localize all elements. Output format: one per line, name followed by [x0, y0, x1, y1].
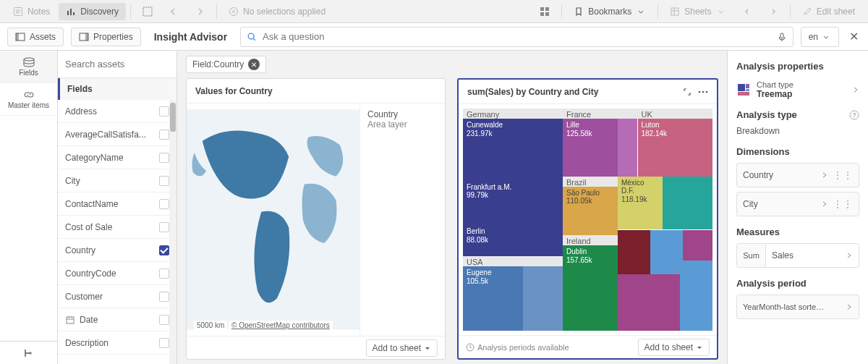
sheets-label: Sheets	[684, 7, 711, 17]
grid-button[interactable]	[532, 3, 557, 20]
properties-toggle[interactable]: Properties	[71, 27, 141, 46]
rail-add-button[interactable]	[0, 341, 57, 364]
language-button[interactable]: en	[801, 27, 839, 47]
treemap-cell[interactable]	[683, 230, 712, 261]
discovery-tab[interactable]: Discovery	[59, 3, 126, 20]
field-checkbox[interactable]	[159, 338, 169, 348]
period-row[interactable]: YearMonth-last sorte…	[736, 295, 859, 319]
forward-button[interactable]	[187, 3, 212, 20]
calendar-icon	[65, 315, 75, 325]
insight-bar: Assets Properties Insight Advisor en ✕	[0, 23, 868, 51]
treemap-cell[interactable]: São Paulo110.05k	[563, 187, 618, 236]
field-checkbox[interactable]	[159, 153, 169, 163]
help-icon[interactable]: ?	[849, 110, 859, 120]
fields-scrollbar[interactable]	[169, 100, 176, 364]
chip-remove-button[interactable]: ✕	[248, 59, 260, 70]
field-row-avgcall[interactable]: AverageCallSatisfa...	[58, 123, 176, 146]
treemap-cell[interactable]: México D.F.118.19k	[618, 177, 663, 230]
field-checkbox[interactable]	[159, 176, 169, 186]
field-checkbox[interactable]	[159, 130, 169, 140]
ask-question-box[interactable]	[240, 27, 793, 47]
treemap-cell[interactable]	[663, 177, 712, 212]
treemap-cell[interactable]	[618, 230, 650, 274]
field-row-categoryname[interactable]: CategoryName	[58, 146, 176, 169]
chip-country[interactable]: Field:Country ✕	[186, 56, 266, 73]
card-treemap-body[interactable]: Germany Cunewalde231.97k Frankfurt a.M.9…	[459, 104, 717, 335]
add-to-sheet-button[interactable]: Add to sheet	[638, 339, 710, 356]
prev-sheet-button[interactable]	[735, 3, 760, 20]
fields-header[interactable]: Fields	[58, 78, 176, 100]
field-row-countrycode[interactable]: CountryCode	[58, 262, 176, 285]
treemap-cell[interactable]	[618, 148, 638, 177]
close-insight-button[interactable]: ✕	[846, 30, 861, 43]
field-row-city[interactable]: City	[58, 169, 176, 192]
svg-point-15	[248, 33, 254, 39]
treemap-cell[interactable]: Berlin88.08k	[463, 225, 563, 256]
field-row-contactname[interactable]: ContactName	[58, 192, 176, 216]
treemap-cell[interactable]	[663, 212, 712, 230]
treemap-cell[interactable]: Dublin157.65k	[563, 245, 618, 331]
field-row-country[interactable]: Country	[58, 239, 176, 262]
fields-search[interactable]	[58, 51, 176, 78]
field-row-description[interactable]: Description	[58, 331, 176, 355]
chevron-left-icon	[742, 7, 752, 17]
rail-master-items[interactable]: Master items	[0, 83, 57, 116]
field-checkbox[interactable]	[159, 292, 169, 302]
scrollbar-thumb[interactable]	[170, 103, 176, 132]
ask-question-input[interactable]	[263, 31, 771, 42]
back-button[interactable]	[161, 3, 186, 20]
rail-fields[interactable]: Fields	[0, 51, 57, 83]
card-map-body[interactable]: Country Area layer 5000 km © OpenStreetM…	[187, 103, 445, 336]
field-row-customer[interactable]: Customer	[58, 285, 176, 308]
treemap-cell[interactable]	[650, 230, 683, 274]
world-map[interactable]	[187, 103, 359, 336]
measure-row[interactable]: Sum Sales	[736, 243, 859, 268]
treemap-cell[interactable]: Luton182.14k	[638, 119, 713, 177]
field-row-address[interactable]: Address	[58, 100, 176, 123]
analysis-periods[interactable]: Analysis periods available	[466, 343, 569, 352]
measure-field[interactable]: Sales	[766, 244, 859, 267]
fullscreen-icon[interactable]	[682, 87, 692, 97]
smart-select-button[interactable]	[135, 3, 160, 20]
treemap-head-usa: USA	[463, 256, 563, 266]
more-icon[interactable]	[698, 87, 708, 97]
notes-button[interactable]: Notes	[6, 3, 57, 20]
treemap-cell[interactable]: Lille125.58k	[563, 119, 618, 177]
bookmarks-button[interactable]: Bookmarks	[566, 3, 653, 20]
field-checkbox[interactable]	[159, 245, 169, 255]
treemap-chart[interactable]: Germany Cunewalde231.97k Frankfurt a.M.9…	[463, 109, 712, 331]
chevron-down-icon	[821, 32, 831, 42]
clear-selections-button[interactable]: No selections applied	[221, 3, 333, 20]
dimensions-title: Dimensions	[736, 146, 859, 157]
treemap-cell[interactable]	[680, 261, 712, 331]
dimension-country[interactable]: Country ⋮⋮	[736, 163, 859, 187]
sheets-button[interactable]: Sheets	[663, 3, 733, 20]
field-checkbox[interactable]	[159, 315, 169, 325]
assets-toggle[interactable]: Assets	[7, 27, 64, 46]
measure-agg[interactable]: Sum	[737, 244, 766, 267]
treemap-cell[interactable]: Cunewalde231.97k	[463, 119, 563, 181]
field-checkbox[interactable]	[159, 222, 169, 232]
dimension-city[interactable]: City ⋮⋮	[736, 192, 859, 216]
mic-icon[interactable]	[777, 32, 787, 42]
edit-sheet-button[interactable]: Edit sheet	[795, 3, 862, 20]
treemap-cell[interactable]: Eugene105.5k	[463, 266, 523, 331]
treemap-cell[interactable]: Frankfurt a.M.99.79k	[463, 181, 563, 225]
map-attribution[interactable]: © OpenStreetMap contributors	[229, 321, 333, 330]
field-checkbox[interactable]	[159, 268, 169, 279]
treemap-cell[interactable]	[618, 119, 638, 148]
add-to-sheet-button[interactable]: Add to sheet	[366, 339, 438, 357]
chart-type-row[interactable]: Chart type Treemap	[736, 80, 859, 99]
field-checkbox[interactable]	[159, 106, 169, 117]
field-checkbox[interactable]	[159, 199, 169, 209]
field-row-date[interactable]: Date	[58, 308, 176, 331]
separator	[658, 4, 658, 19]
drag-handle[interactable]: ⋮⋮	[833, 198, 853, 210]
periods-label: Analysis periods available	[477, 343, 569, 352]
treemap-cell[interactable]	[618, 274, 680, 331]
treemap-cell[interactable]	[523, 266, 563, 331]
field-row-costofsale[interactable]: Cost of Sale	[58, 216, 176, 239]
next-sheet-button[interactable]	[761, 3, 786, 20]
fields-search-input[interactable]	[65, 59, 169, 69]
drag-handle[interactable]: ⋮⋮	[833, 169, 853, 181]
